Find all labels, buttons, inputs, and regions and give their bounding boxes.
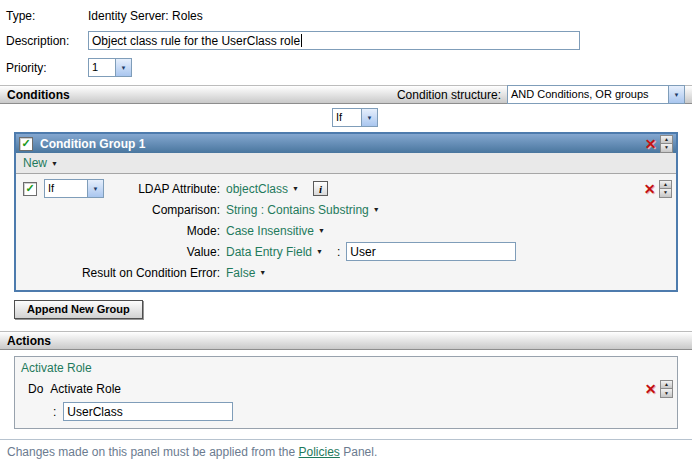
move-down-icon[interactable]: ▼ — [660, 389, 673, 398]
condition-row-mode: Mode: Case Insensitive ▼ — [20, 220, 672, 241]
condition-row-value: Value: Data Entry Field ▼ : — [20, 241, 672, 262]
select-arrow-icon: ▼ — [87, 180, 103, 197]
conditions-section-header: Conditions Condition structure: AND Cond… — [0, 85, 692, 104]
dropdown-caret-icon: ▼ — [316, 248, 323, 255]
mode-select[interactable]: Case Insensitive — [226, 224, 314, 238]
action-name: Activate Role — [50, 382, 121, 396]
move-up-icon[interactable]: ▲ — [660, 135, 673, 144]
type-value: Identity Server: Roles — [88, 9, 203, 23]
error-label-cell: Result on Condition Error: — [20, 266, 220, 280]
condition-structure-value: AND Conditions, OR groups — [508, 86, 668, 103]
group-conjunction-select[interactable]: If ▼ — [332, 108, 378, 127]
delete-condition-icon[interactable]: ✕ — [642, 182, 657, 196]
move-down-icon[interactable]: ▼ — [660, 144, 673, 153]
select-arrow-icon: ▼ — [668, 86, 684, 103]
group-reorder-spinner: ▲ ▼ — [660, 135, 673, 153]
condition-if-select[interactable]: If ▼ — [44, 179, 104, 198]
append-new-group-button[interactable]: Append New Group — [14, 300, 143, 319]
action-controls: ✕ ▲ ▼ — [643, 380, 673, 398]
priority-select[interactable]: 1 ▼ — [88, 58, 132, 77]
condition-group-controls: ✕ ▲ ▼ — [643, 135, 673, 153]
comparison-select[interactable]: String : Contains Substring — [226, 203, 369, 217]
actions-section-header: Actions — [0, 331, 692, 350]
dropdown-caret-icon: ▼ — [292, 185, 299, 192]
priority-row: Priority: 1 ▼ — [0, 54, 692, 81]
policies-link[interactable]: Policies — [299, 445, 340, 459]
type-label: Type: — [6, 9, 88, 23]
action-row: Do Activate Role ✕ ▲ ▼ — [15, 378, 677, 400]
ldap-attribute-select[interactable]: objectClass — [226, 182, 288, 196]
note-text-prefix: Changes made on this panel must be appli… — [7, 445, 299, 459]
action-value-row: : — [15, 400, 677, 421]
group-conjunction-row: If ▼ — [0, 104, 692, 132]
condition-group-header: ✓ Condition Group 1 ✕ ▲ ▼ — [16, 134, 676, 153]
move-down-icon[interactable]: ▼ — [659, 189, 672, 198]
condition-reorder-spinner: ▲ ▼ — [659, 180, 672, 198]
text-cursor — [301, 34, 302, 47]
move-up-icon[interactable]: ▲ — [659, 180, 672, 189]
value-separator: : — [337, 245, 340, 259]
description-label: Description: — [6, 34, 88, 48]
actions-title: Actions — [7, 334, 51, 348]
role-value-input[interactable] — [63, 402, 233, 421]
value-label-cell: Value: — [20, 245, 220, 259]
comparison-label-cell: Comparison: — [20, 203, 220, 217]
dropdown-caret-icon: ▼ — [259, 269, 266, 276]
comparison-label: Comparison: — [152, 203, 220, 217]
conditions-title: Conditions — [7, 88, 70, 102]
select-arrow-icon: ▼ — [361, 109, 377, 126]
condition-row-right: objectClass ▼ i ✕ ▲ ▼ — [220, 180, 672, 198]
description-text: Object class rule for the UserClass role — [92, 34, 300, 48]
mode-value-cell: Case Insensitive ▼ — [220, 224, 672, 238]
action-group: Activate Role Do Activate Role ✕ ▲ ▼ : — [14, 356, 678, 429]
error-label: Result on Condition Error: — [82, 266, 220, 280]
dropdown-caret-icon: ▼ — [318, 227, 325, 234]
condition-row-error: Result on Condition Error: False ▼ — [20, 262, 672, 283]
comparison-value-cell: String : Contains Substring ▼ — [220, 203, 672, 217]
error-value-cell: False ▼ — [220, 266, 672, 280]
condition-row-comparison: Comparison: String : Contains Substring … — [20, 199, 672, 220]
condition-if-value: If — [45, 180, 87, 197]
new-menu-label: New — [23, 156, 47, 170]
condition-row-attribute: ✓ If ▼ LDAP Attribute: objectClass ▼ i ✕ — [20, 178, 672, 199]
value-source-select[interactable]: Data Entry Field — [226, 245, 312, 259]
priority-value: 1 — [89, 59, 115, 76]
error-result-select[interactable]: False — [226, 266, 255, 280]
mode-label: Mode: — [187, 224, 220, 238]
footer-note: Changes made on this panel must be appli… — [0, 439, 692, 465]
condition-checkbox[interactable]: ✓ — [23, 182, 37, 196]
select-arrow-icon: ▼ — [115, 59, 131, 76]
condition-group-title: Condition Group 1 — [40, 137, 145, 151]
do-label: Do — [28, 382, 43, 396]
condition-row-left: ✓ If ▼ LDAP Attribute: — [20, 179, 220, 198]
check-icon: ✓ — [25, 183, 34, 194]
condition-group: ✓ Condition Group 1 ✕ ▲ ▼ New ▼ ✓ — [14, 132, 678, 292]
type-row: Type: Identity Server: Roles — [0, 0, 692, 27]
condition-body: ✓ If ▼ LDAP Attribute: objectClass ▼ i ✕ — [16, 174, 676, 290]
policy-rule-editor: Type: Identity Server: Roles Description… — [0, 0, 692, 465]
condition-structure-select[interactable]: AND Conditions, OR groups ▼ — [507, 85, 685, 104]
dropdown-caret-icon: ▼ — [51, 160, 58, 167]
ldap-attribute-label: LDAP Attribute: — [138, 182, 220, 196]
condition-group-checkbox[interactable]: ✓ — [19, 137, 33, 151]
activate-role-link[interactable]: Activate Role — [21, 361, 92, 375]
dropdown-caret-icon: ▼ — [373, 206, 380, 213]
new-menu[interactable]: New ▼ — [16, 153, 676, 174]
info-icon[interactable]: i — [313, 181, 328, 196]
mode-label-cell: Mode: — [20, 224, 220, 238]
condition-value-input[interactable] — [346, 242, 516, 261]
description-row: Description: Object class rule for the U… — [0, 27, 692, 54]
value-label: Value: — [187, 245, 220, 259]
action-value-separator: : — [53, 405, 56, 419]
check-icon: ✓ — [21, 138, 30, 149]
move-up-icon[interactable]: ▲ — [660, 380, 673, 389]
condition-controls: ✕ ▲ ▼ — [642, 180, 672, 198]
condition-structure: Condition structure: AND Conditions, OR … — [397, 85, 685, 104]
description-input[interactable]: Object class rule for the UserClass role — [88, 31, 580, 50]
delete-group-icon[interactable]: ✕ — [643, 137, 658, 151]
delete-action-icon[interactable]: ✕ — [643, 382, 658, 396]
priority-label: Priority: — [6, 61, 88, 75]
note-text-suffix: Panel. — [340, 445, 377, 459]
group-conjunction-value: If — [333, 109, 361, 126]
value-value-cell: Data Entry Field ▼ : — [220, 242, 672, 261]
